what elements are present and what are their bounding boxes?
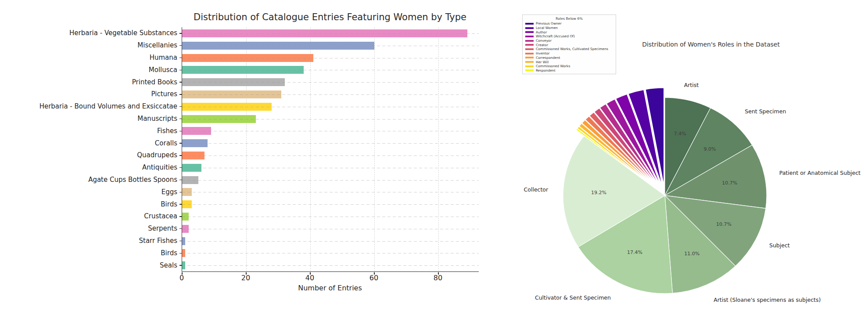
y-tick-mark — [179, 131, 182, 132]
y-tick-mark — [179, 45, 182, 46]
legend-swatch-icon — [525, 65, 534, 67]
pie-percent-label: 10.7% — [722, 180, 737, 186]
pie-slice-label: Sent Specimen — [745, 108, 786, 115]
category-label: Fishes — [0, 127, 177, 135]
legend-item-label: Conveyor — [536, 39, 552, 43]
y-tick-mark — [179, 106, 182, 107]
legend-item-label: Author — [536, 30, 547, 34]
x-tick-mark — [182, 272, 183, 275]
pie-slice-label: Patient or Anatomical Subject — [779, 170, 861, 176]
legend-item: Author — [525, 30, 613, 34]
category-label: Birds — [0, 200, 177, 209]
x-tick-label: 40 — [305, 274, 314, 282]
x-gridline — [246, 27, 247, 271]
y-gridline — [182, 229, 479, 229]
y-tick-mark — [179, 204, 182, 205]
legend-item-label: Creator — [536, 43, 548, 47]
y-tick-mark — [179, 216, 182, 217]
y-tick-mark — [179, 265, 182, 266]
y-gridline — [182, 143, 479, 144]
pie-slice-label: Artist — [684, 82, 699, 88]
pie-legend-items: Previous OwnerLocal WomenAuthorWitchcraf… — [525, 22, 613, 72]
pie-slice-label: Collector — [524, 186, 549, 193]
x-tick-label: 60 — [369, 274, 378, 282]
category-label: Seals — [0, 261, 177, 270]
pie-chart: 7.4%Artist9.0%Sent Specimen10.7%Patient … — [505, 53, 868, 322]
category-label: Miscellanies — [0, 41, 177, 50]
legend-item: Inventor — [525, 51, 613, 56]
y-tick-mark — [179, 180, 182, 181]
category-label: Antiquities — [0, 163, 177, 172]
category-label: Mollusca — [0, 66, 177, 74]
pie-slice-label: Artist (Sloane's specimens as subjects) — [714, 297, 821, 303]
bar-chart-x-axis-label: Number of Entries — [176, 284, 484, 292]
category-label: Herbaria - Bound Volumes and Exsiccatae — [0, 102, 177, 111]
category-label: Coralls — [0, 139, 177, 148]
legend-item-label: Correspondent — [536, 56, 560, 60]
pie-percent-label: 9.0% — [704, 146, 716, 152]
x-tick-mark — [246, 272, 247, 275]
category-label: Manuscripts — [0, 115, 177, 123]
y-tick-mark — [179, 58, 182, 58]
category-label: Printed Books — [0, 78, 177, 87]
y-gridline — [182, 253, 479, 253]
legend-item: Local Women — [525, 26, 613, 30]
legend-item: Conveyor — [525, 39, 613, 43]
category-label: Serpents — [0, 224, 177, 233]
legend-item: Creator — [525, 43, 613, 47]
x-gridline — [438, 27, 439, 271]
category-label: Eggs — [0, 188, 177, 196]
pie-legend-title: Roles Below 6% — [525, 17, 613, 21]
legend-swatch-icon — [525, 36, 534, 37]
y-gridline — [182, 94, 479, 95]
legend-item: Witchcraft (Accused Of) — [525, 34, 613, 39]
category-label: Quadrupeds — [0, 151, 177, 159]
pie-slice-label: Cultivator & Sent Specimen — [535, 294, 611, 301]
legend-item-label: Inventor — [536, 51, 549, 55]
x-gridline — [310, 27, 311, 271]
bar-chart-plot-area — [182, 27, 479, 272]
x-tick-mark — [438, 272, 439, 275]
legend-swatch-icon — [525, 23, 534, 25]
legend-item-label: Local Women — [536, 26, 558, 30]
pie-slice-label: Subject — [769, 242, 790, 249]
y-gridline — [182, 180, 479, 181]
y-tick-mark — [179, 119, 182, 119]
y-gridline — [182, 46, 479, 46]
figure-canvas: Distribution of Catalogue Entries Featur… — [0, 0, 868, 322]
y-tick-mark — [179, 94, 182, 95]
legend-item: Respondent — [525, 69, 613, 73]
category-label: Herbaria - Vegetable Substances — [0, 29, 177, 37]
bar-chart-category-axis: Herbaria - Vegetable SubstancesMiscellan… — [0, 27, 177, 271]
x-gridline — [374, 27, 375, 271]
legend-item: Commissoned Works — [525, 64, 613, 69]
legend-swatch-icon — [525, 40, 534, 42]
y-gridline — [182, 58, 479, 58]
legend-item: Commissoned Works, Cultivated Specimens — [525, 47, 613, 51]
x-tick-label: 80 — [434, 274, 442, 282]
pie-percent-label: 11.0% — [684, 251, 699, 257]
y-tick-mark — [179, 192, 182, 193]
bar-chart-x-axis-ticks: 020406080 — [182, 274, 478, 283]
bar-chart-title: Distribution of Catalogue Entries Featur… — [176, 12, 484, 22]
category-label: Crustacea — [0, 212, 177, 221]
legend-item-label: Her Will — [536, 60, 549, 64]
y-gridline — [182, 217, 479, 217]
pie-percent-label: 19.2% — [591, 190, 606, 195]
y-tick-mark — [179, 70, 182, 71]
category-label: Humana — [0, 54, 177, 62]
y-gridline — [182, 156, 479, 156]
y-gridline — [182, 70, 479, 70]
category-label: Starr Fishes — [0, 237, 177, 245]
legend-swatch-icon — [525, 31, 534, 33]
legend-swatch-icon — [525, 53, 534, 54]
legend-swatch-icon — [525, 57, 534, 58]
y-tick-mark — [179, 228, 182, 229]
legend-item-label: Commissoned Works, Cultivated Specimens — [536, 47, 608, 51]
legend-item: Correspondent — [525, 56, 613, 60]
legend-swatch-icon — [525, 48, 534, 50]
pie-legend: Roles Below 6% Previous OwnerLocal Women… — [522, 14, 616, 74]
y-tick-mark — [179, 167, 182, 168]
x-tick-mark — [374, 272, 375, 275]
legend-item-label: Witchcraft (Accused Of) — [536, 34, 575, 38]
